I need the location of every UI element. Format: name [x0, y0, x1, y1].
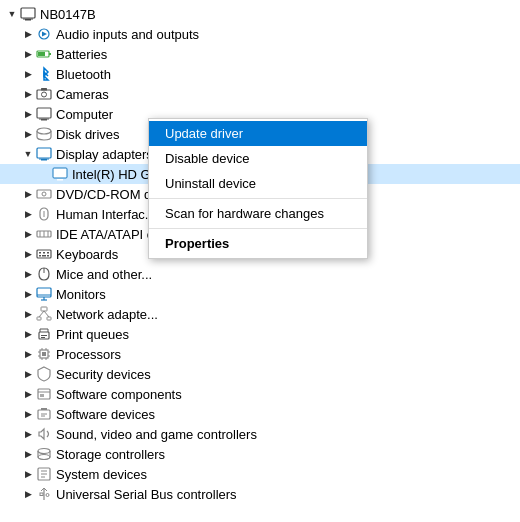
tree-item-label-sound: Sound, video and game controllers	[56, 427, 520, 442]
tree-item-processors[interactable]: Processors	[0, 344, 520, 364]
svg-rect-10	[37, 108, 51, 118]
mouse-icon	[36, 266, 52, 282]
storage-icon	[36, 446, 52, 462]
expand-arrow-dvd[interactable]	[20, 186, 36, 202]
tree-item-label-storage: Storage controllers	[56, 447, 520, 462]
sound-icon	[36, 426, 52, 442]
expand-arrow-storage[interactable]	[20, 446, 36, 462]
svg-point-8	[42, 92, 47, 97]
menu-item-scan[interactable]: Scan for hardware changes	[149, 201, 367, 226]
expand-arrow-computer[interactable]	[20, 106, 36, 122]
expand-arrow-software-dev[interactable]	[20, 406, 36, 422]
tree-item-label-audio: Audio inputs and outputs	[56, 27, 520, 42]
svg-line-43	[44, 311, 49, 317]
tree-item-audio[interactable]: Audio inputs and outputs	[0, 24, 520, 44]
security-icon	[36, 366, 52, 382]
processor-icon	[36, 346, 52, 362]
software2-icon	[36, 406, 52, 422]
expand-arrow-mice[interactable]	[20, 266, 36, 282]
tree-item-label-monitors: Monitors	[56, 287, 520, 302]
svg-rect-28	[39, 252, 41, 254]
svg-rect-70	[40, 493, 43, 496]
expand-arrow-bluetooth[interactable]	[20, 66, 36, 82]
tree-item-security[interactable]: Security devices	[0, 364, 520, 384]
tree-item-software-comp[interactable]: Software components	[0, 384, 520, 404]
camera-icon	[36, 86, 52, 102]
expand-arrow-system[interactable]	[20, 466, 36, 482]
tree-item-bluetooth[interactable]: Bluetooth	[0, 64, 520, 84]
expand-arrow-disk[interactable]	[20, 126, 36, 142]
tree-item-label-print: Print queues	[56, 327, 520, 342]
expand-arrow-software-comp[interactable]	[20, 386, 36, 402]
expand-arrow-processors[interactable]	[20, 346, 36, 362]
svg-rect-32	[42, 255, 46, 257]
svg-rect-31	[39, 255, 41, 257]
svg-rect-39	[41, 307, 47, 311]
expand-arrow-usb[interactable]	[20, 486, 36, 502]
expand-arrow-monitors[interactable]	[20, 286, 36, 302]
expand-arrow-ide[interactable]	[20, 226, 36, 242]
tree-item-label-cameras: Cameras	[56, 87, 520, 102]
tree-item-nb0147b[interactable]: NB0147B	[0, 4, 520, 24]
tree-item-cameras[interactable]: Cameras	[0, 84, 520, 104]
bluetooth-icon	[36, 66, 52, 82]
svg-rect-41	[47, 317, 51, 320]
tree-item-sound[interactable]: Sound, video and game controllers	[0, 424, 520, 444]
disk-icon	[36, 126, 52, 142]
svg-rect-35	[37, 288, 51, 297]
tree-item-software-dev[interactable]: Software devices	[0, 404, 520, 424]
expand-arrow-keyboards[interactable]	[20, 246, 36, 262]
svg-point-63	[38, 449, 50, 454]
tree-item-mice[interactable]: Mice and other...	[0, 264, 520, 284]
tree-item-label-network: Network adapte...	[56, 307, 520, 322]
tree-item-label-processors: Processors	[56, 347, 520, 362]
device-manager-tree: NB0147BAudio inputs and outputsBatteries…	[0, 0, 520, 522]
menu-item-uninstall[interactable]: Uninstall device	[149, 171, 367, 196]
svg-rect-14	[37, 148, 51, 158]
svg-point-64	[38, 455, 50, 460]
tree-item-network[interactable]: Network adapte...	[0, 304, 520, 324]
display-icon	[36, 146, 52, 162]
tree-item-label-bluetooth: Bluetooth	[56, 67, 520, 82]
menu-item-disable[interactable]: Disable device	[149, 146, 367, 171]
tree-item-print[interactable]: Print queues	[0, 324, 520, 344]
menu-item-update[interactable]: Update driver	[149, 121, 367, 146]
hid-icon	[36, 206, 52, 222]
system-icon	[36, 466, 52, 482]
expand-arrow-batteries[interactable]	[20, 46, 36, 62]
svg-rect-33	[47, 255, 49, 257]
expand-arrow-security[interactable]	[20, 366, 36, 382]
network-icon	[36, 306, 52, 322]
usb-icon	[36, 486, 52, 502]
expand-arrow-sound[interactable]	[20, 426, 36, 442]
tree-item-label-security: Security devices	[56, 367, 520, 382]
tree-item-usb[interactable]: Universal Serial Bus controllers	[0, 484, 520, 504]
svg-rect-17	[53, 168, 67, 178]
menu-divider	[149, 198, 367, 199]
tree-item-monitors[interactable]: Monitors	[0, 284, 520, 304]
audio-icon	[36, 26, 52, 42]
expand-arrow-audio[interactable]	[20, 26, 36, 42]
svg-rect-30	[47, 252, 49, 254]
svg-line-42	[39, 311, 44, 317]
tree-item-batteries[interactable]: Batteries	[0, 44, 520, 64]
svg-rect-18	[57, 179, 63, 181]
tree-item-label-mice: Mice and other...	[56, 267, 520, 282]
svg-rect-48	[42, 352, 46, 356]
expand-arrow-network[interactable]	[20, 306, 36, 322]
display-sm-icon	[52, 166, 68, 182]
expand-arrow-human[interactable]	[20, 206, 36, 222]
menu-item-properties[interactable]: Properties	[149, 231, 367, 256]
expand-arrow-cameras[interactable]	[20, 86, 36, 102]
expand-arrow-display[interactable]	[20, 146, 36, 162]
tree-item-system[interactable]: System devices	[0, 464, 520, 484]
battery-icon	[36, 46, 52, 62]
tree-item-label-system: System devices	[56, 467, 520, 482]
svg-rect-40	[37, 317, 41, 320]
svg-rect-9	[41, 88, 47, 91]
computer-sm-icon	[36, 106, 52, 122]
expand-arrow-nb0147b[interactable]	[4, 6, 20, 22]
tree-item-storage[interactable]: Storage controllers	[0, 444, 520, 464]
svg-rect-59	[40, 394, 44, 397]
expand-arrow-print[interactable]	[20, 326, 36, 342]
